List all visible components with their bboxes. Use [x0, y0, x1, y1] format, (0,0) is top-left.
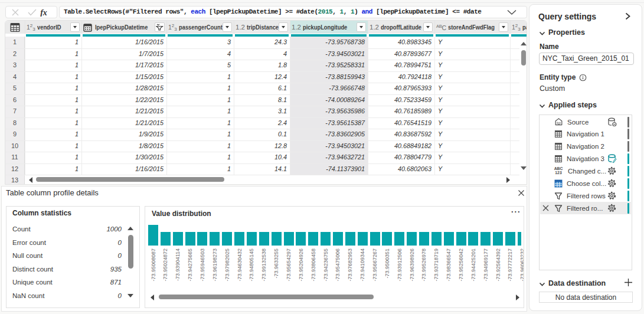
- svg-text:fx: fx: [40, 8, 47, 17]
